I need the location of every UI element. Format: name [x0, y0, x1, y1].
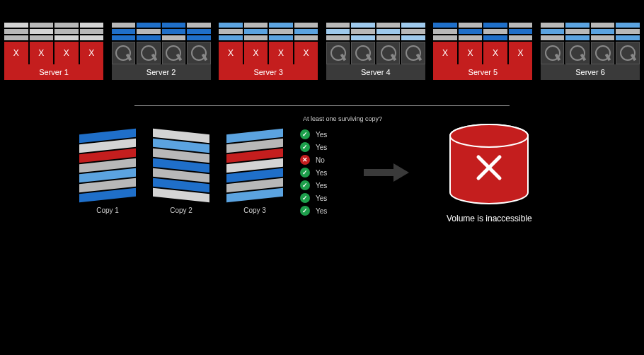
data-block	[112, 29, 136, 34]
copy-3: Copy 3	[226, 132, 283, 214]
check-label: Yes	[316, 169, 327, 177]
data-block	[244, 35, 268, 40]
check-title: At least one surviving copy?	[293, 115, 392, 122]
check-label: Yes	[316, 182, 327, 190]
data-block	[30, 23, 54, 28]
copy-label: Copy 1	[96, 206, 119, 214]
volume-result: Volume is inaccessible	[443, 122, 535, 223]
data-block	[401, 29, 425, 34]
copy-label: Copy 2	[170, 206, 192, 214]
data-block	[219, 35, 243, 40]
check-label: Yes	[316, 131, 327, 139]
server-label: Server 5	[433, 64, 532, 80]
server-label: Server 1	[4, 64, 103, 80]
data-block	[591, 29, 615, 34]
server-label: Server 3	[219, 64, 318, 80]
data-block	[483, 23, 507, 28]
data-block	[294, 35, 318, 40]
data-block	[294, 23, 318, 28]
section-divider	[134, 105, 510, 106]
drive-failed: X	[30, 42, 54, 64]
data-block	[459, 29, 483, 34]
drive-ok	[351, 42, 375, 64]
data-block	[219, 29, 243, 34]
server-row: XXXXServer 1Server 2XXXXServer 3Server 4…	[0, 0, 644, 80]
data-block	[162, 23, 186, 28]
check-ok-icon: ✓	[300, 142, 310, 152]
drive-ok	[112, 42, 136, 64]
data-block	[616, 29, 640, 34]
drive-ok	[541, 42, 565, 64]
data-block	[459, 23, 483, 28]
server-2: Server 2	[112, 23, 211, 80]
data-block	[483, 29, 507, 34]
copy-2: Copy 2	[153, 132, 209, 214]
drive-failed: X	[433, 42, 457, 64]
server-label: Server 4	[326, 64, 425, 80]
data-block	[112, 23, 136, 28]
check-row: ✓Yes	[300, 168, 327, 178]
data-block	[433, 23, 457, 28]
data-block	[483, 35, 507, 40]
drive-failed: X	[509, 42, 533, 64]
data-block	[4, 35, 28, 40]
server-4: Server 4	[326, 23, 425, 80]
data-block	[219, 23, 243, 28]
check-row: ✕No	[300, 155, 327, 165]
data-block	[616, 23, 640, 28]
data-block	[565, 23, 590, 28]
check-ok-icon: ✓	[300, 193, 310, 203]
data-block	[162, 35, 186, 40]
data-block	[80, 35, 104, 40]
arrow-icon	[362, 161, 412, 185]
data-block	[433, 29, 457, 34]
data-block	[54, 23, 79, 28]
data-block	[137, 23, 161, 28]
copy-1: Copy 1	[79, 132, 136, 214]
data-block	[459, 35, 483, 40]
data-block	[137, 35, 161, 40]
drive-ok	[591, 42, 615, 64]
copies-group: Copy 1Copy 2Copy 3	[79, 132, 283, 214]
data-block	[565, 35, 590, 40]
data-block	[80, 23, 104, 28]
data-block	[541, 35, 565, 40]
data-block	[187, 29, 211, 34]
check-label: Yes	[316, 207, 327, 215]
drive-ok	[326, 42, 350, 64]
check-ok-icon: ✓	[300, 206, 310, 216]
data-block	[137, 29, 161, 34]
check-label: Yes	[316, 194, 327, 202]
data-block	[591, 23, 615, 28]
check-row: ✓Yes	[300, 129, 327, 139]
drive-ok	[616, 42, 640, 64]
volume-label: Volume is inaccessible	[443, 214, 535, 223]
drive-ok	[162, 42, 186, 64]
server-label: Server 2	[112, 64, 211, 80]
data-block	[187, 23, 211, 28]
server-3: XXXXServer 3	[219, 23, 318, 80]
data-block	[376, 35, 401, 40]
data-block	[162, 29, 186, 34]
drive-failed: X	[219, 42, 243, 64]
data-block	[244, 29, 268, 34]
data-block	[616, 35, 640, 40]
data-block	[509, 35, 533, 40]
drive-failed: X	[459, 42, 483, 64]
data-block	[54, 35, 79, 40]
data-block	[509, 23, 533, 28]
data-block	[80, 29, 104, 34]
drive-failed: X	[80, 42, 104, 64]
drive-failed: X	[294, 42, 318, 64]
check-row: ✓Yes	[300, 142, 327, 152]
data-block	[376, 23, 401, 28]
drive-ok	[401, 42, 425, 64]
data-block	[244, 23, 268, 28]
volume-cylinder-icon	[443, 122, 535, 206]
data-block	[294, 29, 318, 34]
drive-ok	[137, 42, 161, 64]
check-label: No	[316, 156, 325, 164]
data-block	[433, 35, 457, 40]
copy-label: Copy 3	[243, 206, 266, 214]
drive-failed: X	[483, 42, 507, 64]
